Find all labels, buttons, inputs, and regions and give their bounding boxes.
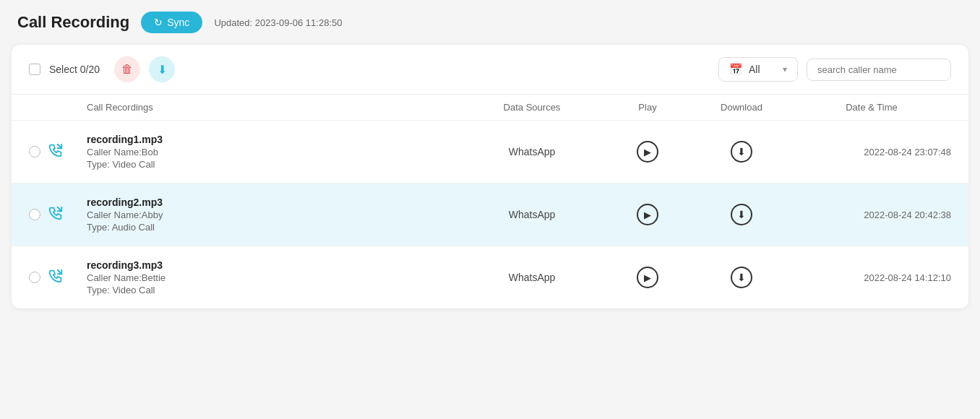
- download-icon: ⬇: [731, 204, 752, 225]
- play-icon: ▶: [637, 267, 658, 288]
- col-datasources: Data Sources: [460, 102, 604, 113]
- recording-info: recording3.mp3 Caller Name:Bettie Type: …: [87, 259, 460, 295]
- call-type: Type: Audio Call: [87, 222, 460, 233]
- delete-button[interactable]: 🗑: [114, 56, 140, 82]
- play-icon: ▶: [637, 141, 658, 163]
- table-row: recording2.mp3 Caller Name:Abby Type: Au…: [12, 183, 968, 246]
- page-header: Call Recording ↻ Sync Updated: 2023-09-0…: [0, 0, 980, 45]
- updated-text: Updated: 2023-09-06 11:28:50: [214, 17, 342, 28]
- main-card: Select 0/20 🗑 ⬇ 📅 All ▾ Call Recordings …: [12, 45, 968, 308]
- caller-name: Caller Name:Abby: [87, 209, 460, 220]
- download-icon: ⬇: [731, 141, 752, 163]
- row-select: [29, 268, 87, 288]
- row-select: [29, 205, 87, 225]
- date-time: 2022-08-24 14:12:10: [792, 272, 951, 283]
- caller-name: Caller Name:Bob: [87, 147, 460, 157]
- recording-info: recording2.mp3 Caller Name:Abby Type: Au…: [87, 196, 460, 233]
- row-radio-2[interactable]: [29, 272, 40, 283]
- date-time: 2022-08-24 20:42:38: [792, 209, 951, 220]
- call-type: Type: Video Call: [87, 159, 460, 170]
- download-button[interactable]: ⬇: [731, 141, 752, 163]
- download-icon: ⬇: [731, 267, 752, 288]
- sync-button[interactable]: ↻ Sync: [141, 12, 202, 33]
- col-checkbox: [29, 102, 87, 113]
- play-button[interactable]: ▶: [637, 204, 658, 225]
- call-type: Type: Video Call: [87, 285, 460, 295]
- search-input[interactable]: [807, 59, 951, 81]
- data-source: WhatsApp: [460, 209, 604, 220]
- calendar-icon: 📅: [729, 63, 743, 76]
- toolbar-right: 📅 All ▾: [718, 57, 951, 82]
- page-title: Call Recording: [17, 13, 129, 32]
- chevron-down-icon: ▾: [783, 64, 787, 74]
- data-source: WhatsApp: [460, 272, 604, 283]
- sync-label: Sync: [167, 17, 189, 28]
- phone-icon: [48, 142, 64, 162]
- recording-filename: recording1.mp3: [87, 134, 460, 145]
- table-body: recording1.mp3 Caller Name:Bob Type: Vid…: [12, 121, 968, 308]
- download-button[interactable]: ⬇: [731, 204, 752, 225]
- row-radio-1[interactable]: [29, 209, 40, 220]
- delete-icon: 🗑: [121, 63, 133, 76]
- recording-filename: recording2.mp3: [87, 196, 460, 208]
- filter-label: All: [749, 64, 760, 75]
- table-header: Call Recordings Data Sources Play Downlo…: [12, 95, 968, 121]
- phone-icon: [48, 268, 64, 288]
- row-select: [29, 142, 87, 162]
- play-icon: ▶: [637, 204, 658, 225]
- recording-filename: recording3.mp3: [87, 259, 460, 271]
- table-row: recording3.mp3 Caller Name:Bettie Type: …: [12, 246, 968, 308]
- play-button[interactable]: ▶: [637, 141, 658, 163]
- row-radio-0[interactable]: [29, 146, 40, 157]
- phone-icon: [48, 205, 64, 225]
- filter-dropdown[interactable]: 📅 All ▾: [718, 57, 798, 82]
- table-row: recording1.mp3 Caller Name:Bob Type: Vid…: [12, 121, 968, 183]
- download-button[interactable]: ⬇: [731, 267, 752, 288]
- toolbar: Select 0/20 🗑 ⬇ 📅 All ▾: [12, 45, 968, 95]
- sync-icon: ↻: [154, 17, 163, 28]
- caller-name: Caller Name:Bettie: [87, 272, 460, 283]
- play-button[interactable]: ▶: [637, 267, 658, 288]
- col-play: Play: [604, 102, 691, 113]
- select-all-checkbox[interactable]: [29, 64, 40, 75]
- col-download: Download: [691, 102, 792, 113]
- recording-info: recording1.mp3 Caller Name:Bob Type: Vid…: [87, 134, 460, 170]
- select-label: Select 0/20: [49, 64, 100, 75]
- col-datetime: Date & Time: [792, 102, 951, 113]
- col-recordings: Call Recordings: [87, 102, 460, 113]
- data-source: WhatsApp: [460, 146, 604, 157]
- date-time: 2022-08-24 23:07:48: [792, 147, 951, 157]
- bulk-download-button[interactable]: ⬇: [149, 56, 175, 82]
- download-icon: ⬇: [158, 63, 167, 77]
